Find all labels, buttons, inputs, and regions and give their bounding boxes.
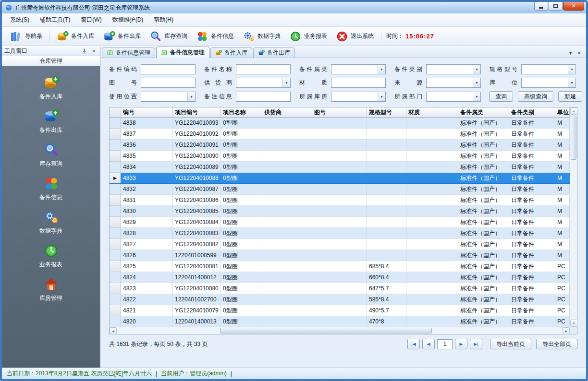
toolbar-button[interactable]: 库存查询: [145, 29, 192, 44]
table-cell[interactable]: 标准件（国产）: [458, 272, 509, 283]
table-row[interactable]: 4827YG122040100820型圈标准件（国产）日常备件M: [110, 239, 570, 250]
prev-page-button[interactable]: ◀: [422, 339, 435, 349]
table-cell[interactable]: 标准件（国产）: [458, 195, 509, 206]
row-indicator-cell[interactable]: [110, 316, 121, 327]
table-row[interactable]: 4832YG122040100870型圈标准件（国产）日常备件M: [110, 184, 570, 195]
table-cell[interactable]: [367, 184, 406, 195]
table-cell[interactable]: YG12204010087: [173, 184, 221, 195]
row-indicator-cell[interactable]: [110, 283, 121, 294]
table-cell[interactable]: 标准件（国产）: [458, 118, 509, 129]
table-cell[interactable]: YG12204010079: [173, 305, 221, 316]
table-cell[interactable]: M: [555, 195, 570, 206]
column-header[interactable]: 规格型号: [367, 107, 406, 118]
table-cell[interactable]: [367, 250, 406, 261]
table-cell[interactable]: 0型圈: [221, 316, 262, 327]
table-cell[interactable]: YG12204010086: [173, 195, 221, 206]
table-cell[interactable]: [262, 250, 312, 261]
table-cell[interactable]: 标准件（国产）: [458, 228, 509, 239]
table-cell[interactable]: 日常备件: [509, 228, 555, 239]
table-row[interactable]: 4830YG122040100850型圈标准件（国产）日常备件M: [110, 206, 570, 217]
table-cell[interactable]: M: [555, 173, 570, 184]
table-cell[interactable]: 1220401400012: [173, 272, 221, 283]
table-cell[interactable]: 标准件（国产）: [458, 173, 509, 184]
table-cell[interactable]: [262, 151, 312, 162]
sidebar-group-title[interactable]: 仓库管理: [2, 56, 100, 66]
table-cell[interactable]: [406, 228, 458, 239]
field-input[interactable]: [427, 78, 473, 87]
last-page-button[interactable]: ▶|: [470, 339, 482, 349]
table-cell[interactable]: [367, 239, 406, 250]
menu-item[interactable]: 系统(S): [5, 14, 35, 26]
table-cell[interactable]: 0型圈: [221, 118, 262, 129]
scroll-left-icon[interactable]: ◀: [110, 327, 117, 334]
table-cell[interactable]: [262, 162, 312, 173]
table-cell[interactable]: 标准件（国产）: [458, 162, 509, 173]
row-indicator-cell[interactable]: [110, 272, 121, 283]
row-indicator-cell[interactable]: [110, 184, 121, 195]
table-cell[interactable]: 日常备件: [509, 239, 555, 250]
table-cell[interactable]: [312, 217, 367, 228]
table-cell[interactable]: 0型圈: [221, 305, 262, 316]
table-cell[interactable]: [262, 173, 312, 184]
combo-dropdown-icon[interactable]: ▼: [378, 92, 385, 101]
table-cell[interactable]: 4825: [121, 261, 173, 272]
table-cell[interactable]: [406, 305, 458, 316]
table-row[interactable]: 4823YG122040100800型圈647*5.7标准件（国产）日常备件PC: [110, 283, 570, 294]
row-indicator-cell[interactable]: [110, 250, 121, 261]
table-cell[interactable]: 标准件（国产）: [458, 129, 509, 140]
toolbar-button[interactable]: 退出系统: [331, 29, 378, 44]
row-indicator-cell[interactable]: [110, 151, 121, 162]
table-cell[interactable]: 4837: [121, 129, 173, 140]
sidebar-item-4[interactable]: 备件信息: [2, 172, 100, 205]
tab-1[interactable]: 备件信息管理: [102, 48, 155, 58]
table-cell[interactable]: 660*8.4: [367, 272, 406, 283]
combo-dropdown-icon[interactable]: ▼: [568, 65, 576, 74]
table-cell[interactable]: 1220401400013: [173, 316, 221, 327]
combo-field[interactable]: ▼: [331, 92, 386, 102]
text-field[interactable]: [141, 64, 196, 74]
table-cell[interactable]: YG12204010089: [173, 162, 221, 173]
table-cell[interactable]: [312, 305, 367, 316]
table-cell[interactable]: [262, 217, 312, 228]
title-bar[interactable]: 广州爱奇迪软件科技有限公司-深田之星仓库管理系统 ✕: [2, 2, 586, 13]
table-row[interactable]: 4829YG122040100840型圈标准件（国产）日常备件M: [110, 217, 570, 228]
row-indicator-cell[interactable]: [110, 206, 121, 217]
toolbar-button[interactable]: 备件入库: [52, 29, 98, 44]
table-row[interactable]: 482612204010005990型圈标准件（国产）日常备件M: [110, 250, 570, 261]
table-cell[interactable]: 日常备件: [509, 305, 555, 316]
table-cell[interactable]: 日常备件: [509, 217, 555, 228]
table-cell[interactable]: 4822: [121, 294, 173, 305]
table-cell[interactable]: [367, 206, 406, 217]
sidebar-item-6[interactable]: 业务报表: [2, 239, 100, 273]
table-cell[interactable]: 标准件（国产）: [458, 316, 509, 327]
table-cell[interactable]: [406, 217, 458, 228]
table-cell[interactable]: [406, 173, 458, 184]
table-cell[interactable]: [312, 250, 367, 261]
menu-item[interactable]: 帮助(H): [148, 14, 179, 26]
table-cell[interactable]: M: [555, 250, 570, 261]
table-row[interactable]: 4821YG122040100790型圈490*5.7标准件（国产）日常备件PC: [110, 305, 570, 316]
table-cell[interactable]: PC: [555, 305, 570, 316]
table-cell[interactable]: 日常备件: [509, 184, 555, 195]
menu-item[interactable]: 数据维护(D): [107, 14, 149, 26]
table-cell[interactable]: 日常备件: [509, 206, 555, 217]
table-cell[interactable]: [262, 140, 312, 151]
table-cell[interactable]: [312, 151, 367, 162]
table-cell[interactable]: 标准件（国产）: [458, 283, 509, 294]
table-cell[interactable]: [262, 239, 312, 250]
text-field[interactable]: [141, 78, 196, 88]
table-cell[interactable]: 4830: [121, 206, 173, 217]
table-cell[interactable]: [312, 261, 367, 272]
horizontal-scroll-thumb[interactable]: [220, 328, 432, 333]
toolbar-button[interactable]: 导航条: [6, 29, 47, 44]
tab-list-dropdown-icon[interactable]: ▼: [568, 50, 573, 56]
row-indicator-cell[interactable]: [110, 129, 121, 140]
close-button[interactable]: ✕: [563, 2, 584, 11]
table-cell[interactable]: [312, 140, 367, 151]
toolbar-button[interactable]: 备件信息: [192, 29, 238, 44]
vertical-scrollbar[interactable]: ▲ ▼: [570, 107, 577, 327]
table-cell[interactable]: 0型圈: [221, 173, 262, 184]
vertical-scroll-thumb[interactable]: [571, 116, 576, 160]
row-indicator-cell[interactable]: [110, 305, 121, 316]
table-cell[interactable]: [312, 129, 367, 140]
